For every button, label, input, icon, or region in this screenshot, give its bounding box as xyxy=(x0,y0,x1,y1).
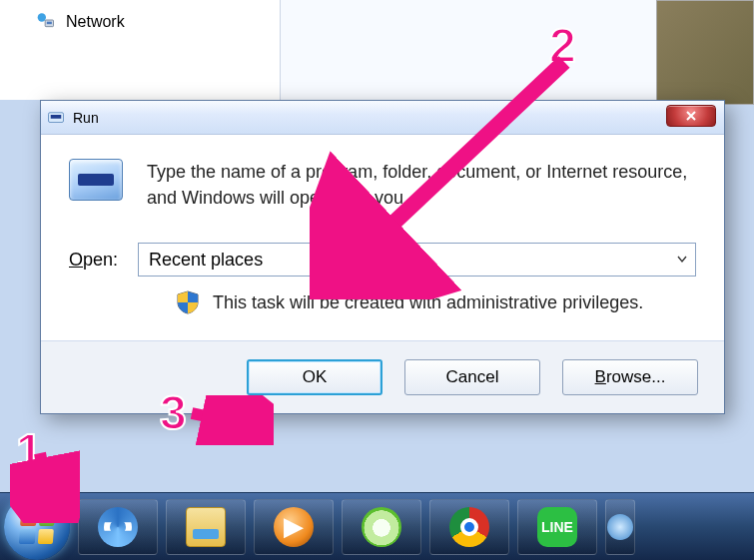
dialog-button-row: OK Cancel Browse... xyxy=(41,340,724,413)
run-system-icon xyxy=(47,109,65,127)
taskbar-media-player[interactable]: ▶ xyxy=(254,499,334,555)
taskbar-internet-explorer[interactable] xyxy=(78,499,158,555)
annotation-1: 1 xyxy=(16,423,43,478)
windows-logo-icon xyxy=(19,510,55,544)
close-button[interactable] xyxy=(666,105,716,127)
preview-image xyxy=(656,0,754,105)
combo-dropdown-button[interactable] xyxy=(669,256,695,264)
browse-button[interactable]: Browse... xyxy=(562,359,698,395)
open-label: Open: xyxy=(69,250,118,271)
chrome-icon xyxy=(449,507,489,547)
cancel-button[interactable]: Cancel xyxy=(404,359,540,395)
play-icon: ▶ xyxy=(274,507,314,547)
folder-icon xyxy=(186,507,226,547)
desktop-column xyxy=(280,0,659,105)
ok-button[interactable]: OK xyxy=(247,359,382,395)
taskbar-torrent[interactable] xyxy=(342,499,421,555)
ie-icon xyxy=(98,507,138,547)
run-dialog: Run Type the name of a program, folder, … xyxy=(40,100,725,414)
taskbar-file-explorer[interactable] xyxy=(166,499,246,555)
taskbar-chrome[interactable] xyxy=(429,499,509,555)
open-input[interactable] xyxy=(139,250,669,271)
svg-point-0 xyxy=(38,13,46,21)
run-dialog-icon xyxy=(69,159,123,201)
start-button[interactable] xyxy=(4,494,70,560)
admin-privileges-text: This task will be created with administr… xyxy=(213,292,643,313)
utorrent-icon xyxy=(362,507,401,547)
close-icon xyxy=(685,110,697,122)
svg-line-7 xyxy=(192,413,249,425)
uac-shield-icon xyxy=(177,290,199,314)
network-icon xyxy=(36,10,56,34)
dialog-body: Type the name of a program, folder, docu… xyxy=(41,135,724,340)
svg-rect-2 xyxy=(47,22,52,25)
run-instruction-text: Type the name of a program, folder, docu… xyxy=(147,159,696,211)
network-label: Network xyxy=(66,13,125,31)
taskbar-extra[interactable] xyxy=(605,499,635,555)
open-combo[interactable] xyxy=(138,243,696,277)
chevron-down-icon xyxy=(677,256,687,264)
app-icon xyxy=(607,514,633,540)
sidebar-item-network[interactable]: Network xyxy=(36,10,125,34)
dialog-titlebar[interactable]: Run xyxy=(41,101,724,135)
taskbar-line[interactable]: LINE xyxy=(517,499,597,555)
svg-rect-4 xyxy=(51,115,62,119)
dialog-title: Run xyxy=(73,110,99,126)
line-icon: LINE xyxy=(537,507,577,547)
taskbar: ▶ LINE xyxy=(0,492,754,560)
